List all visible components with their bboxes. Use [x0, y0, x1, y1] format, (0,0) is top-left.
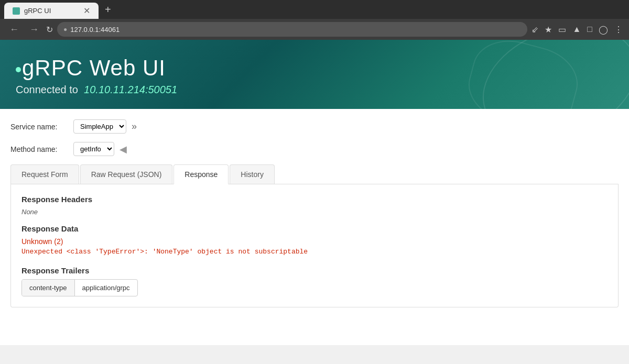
- extensions-button[interactable]: ▭: [558, 25, 566, 35]
- back-button[interactable]: ←: [6, 23, 22, 36]
- tab-request-form[interactable]: Request Form: [10, 164, 79, 184]
- service-select[interactable]: SimpleApp: [73, 119, 126, 134]
- response-trailers-title: Response Trailers: [21, 266, 608, 275]
- tab-history-label: History: [241, 170, 264, 179]
- tab-title-text: gRPC UI: [24, 7, 51, 15]
- connection-prefix: Connected to: [16, 84, 78, 95]
- tab-response-label: Response: [185, 170, 218, 179]
- account-button[interactable]: ◯: [599, 25, 608, 35]
- tab-request-form-label: Request Form: [21, 170, 68, 179]
- connection-address: 10.10.11.214:50051: [84, 84, 177, 95]
- service-name-row: Service name: SimpleApp »: [10, 119, 619, 134]
- browser-actions: ⇙ ★ ▭ ▲ □ ◯ ⋮: [532, 25, 623, 35]
- new-tab-button[interactable]: +: [101, 4, 115, 16]
- app-title-text: gRPC Web UI: [22, 56, 166, 80]
- scroll-handle-left[interactable]: ◀: [120, 144, 127, 155]
- main-area: Service name: SimpleApp » Method name: g…: [0, 109, 629, 345]
- tab-close-button[interactable]: ✕: [83, 6, 90, 16]
- error-message: Unexpected <class 'TypeError'>: 'NoneTyp…: [21, 248, 608, 256]
- app-title: gRPC Web UI: [16, 56, 613, 81]
- tabs-bar: Request Form Raw Request (JSON) Response…: [10, 164, 619, 184]
- method-label: Method name:: [10, 145, 68, 153]
- forward-button[interactable]: →: [26, 23, 42, 36]
- tab-history[interactable]: History: [230, 164, 275, 184]
- response-headers-title: Response Headers: [21, 195, 608, 204]
- response-data-title: Response Data: [21, 224, 608, 233]
- refresh-button[interactable]: ↻: [46, 25, 53, 35]
- tab-raw-request-label: Raw Request (JSON): [91, 170, 162, 179]
- browser-chrome: gRPC UI ✕ + ← → ↻ ● 127.0.0.1:44061 ⇙ ★ …: [0, 0, 629, 40]
- trailer-value: application/grpc: [75, 280, 137, 296]
- address-bar[interactable]: ● 127.0.0.1:44061: [57, 22, 527, 37]
- share-button[interactable]: ⇙: [532, 25, 538, 35]
- status-dot: [16, 67, 21, 72]
- tab-favicon: [13, 7, 20, 15]
- browser-tab-active[interactable]: gRPC UI ✕: [4, 3, 99, 19]
- service-label: Service name:: [10, 123, 68, 131]
- tab-bar: gRPC UI ✕ +: [0, 0, 629, 19]
- method-name-row: Method name: getInfo ◀: [10, 142, 619, 156]
- page-content: gRPC Web UI Connected to 10.10.11.214:50…: [0, 40, 629, 345]
- menu-button[interactable]: ⋮: [614, 25, 623, 35]
- trailers-table: content-type application/grpc: [21, 279, 138, 296]
- response-area: Response Headers None Response Data Unkn…: [10, 184, 619, 307]
- trailer-key: content-type: [22, 280, 75, 296]
- profile-button[interactable]: ▲: [572, 25, 581, 34]
- method-select[interactable]: getInfo: [73, 142, 114, 156]
- url-text: 127.0.0.1:44061: [70, 26, 120, 34]
- tab-raw-request[interactable]: Raw Request (JSON): [80, 164, 173, 184]
- browser-toolbar: ← → ↻ ● 127.0.0.1:44061 ⇙ ★ ▭ ▲ □ ◯ ⋮: [0, 19, 629, 40]
- arrows-button[interactable]: »: [132, 121, 137, 132]
- sidebar-button[interactable]: □: [587, 25, 592, 34]
- secure-icon: ●: [63, 26, 67, 33]
- app-header: gRPC Web UI Connected to 10.10.11.214:50…: [0, 40, 629, 109]
- connection-info: Connected to 10.10.11.214:50051: [16, 84, 613, 96]
- response-headers-value: None: [21, 208, 608, 216]
- bookmark-button[interactable]: ★: [545, 25, 552, 35]
- tab-response[interactable]: Response: [173, 164, 229, 184]
- error-status: Unknown (2): [21, 237, 608, 246]
